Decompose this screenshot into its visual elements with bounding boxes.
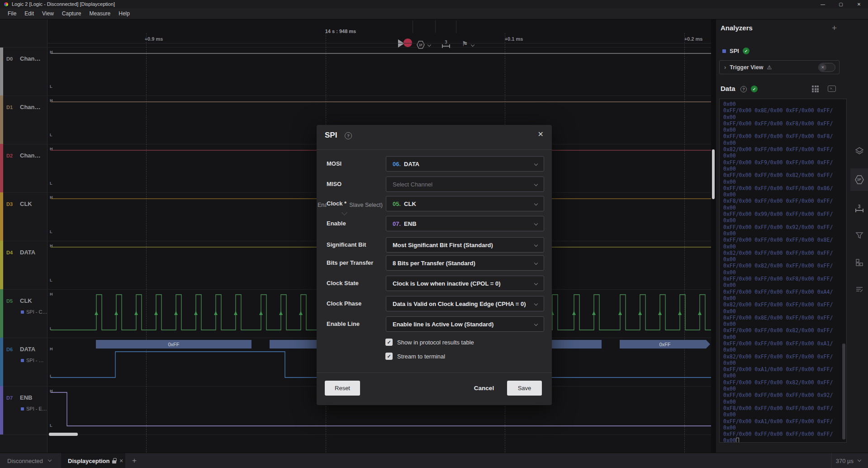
channel-number: D3 bbox=[6, 201, 13, 207]
timeline-label: +0.1 ms bbox=[505, 36, 523, 42]
dropdown-mosi[interactable]: 06.DATA bbox=[386, 156, 544, 172]
channel-name[interactable]: CLK bbox=[20, 297, 32, 304]
checkbox-row[interactable]: ✓Stream to terminal bbox=[385, 353, 445, 360]
trigger-mode-button[interactable]: 1F bbox=[416, 40, 425, 51]
device-selector[interactable]: Disconnected bbox=[7, 453, 51, 468]
low-level-label: L bbox=[50, 229, 52, 234]
protocol-frame-annotation[interactable] bbox=[270, 340, 318, 349]
data-output-panel[interactable]: 0x00 0xFF/0x00 0x8E/0x00 0xFF/0x00 0xFF/… bbox=[719, 99, 847, 443]
channel-color-stripe bbox=[0, 47, 3, 96]
data-ok-icon: ✓ bbox=[751, 86, 758, 92]
dropdown-clock-state[interactable]: Clock is Low when inactive (CPOL = 0) bbox=[386, 276, 544, 291]
field-label: Clock Phase bbox=[327, 296, 364, 311]
chevron-down-icon bbox=[534, 282, 538, 285]
channel-name[interactable]: ENB bbox=[20, 394, 32, 401]
chevron-down-icon[interactable] bbox=[427, 43, 431, 47]
channel-name[interactable]: CLK bbox=[20, 201, 32, 207]
toggle-x-icon: ✕ bbox=[819, 64, 826, 71]
high-level-label: H bbox=[50, 347, 53, 351]
reset-button[interactable]: Reset bbox=[325, 381, 360, 396]
chevron-down-icon[interactable] bbox=[471, 43, 474, 47]
data-panel-scrollbar[interactable] bbox=[842, 344, 845, 439]
status-bar: Disconnected Displayception ✕ + 370 µs bbox=[0, 453, 868, 468]
maximize-button[interactable]: ▢ bbox=[832, 0, 850, 8]
menu-item-edit[interactable]: Edit bbox=[20, 8, 38, 19]
dropdown-clock-phase[interactable]: Data is Valid on Clock Leading Edge (CPH… bbox=[386, 296, 544, 311]
dropdown-enable-line[interactable]: Enable line is Active Low (Standard) bbox=[386, 316, 544, 332]
channel-analyzer-label: SPI - … bbox=[21, 358, 44, 363]
checkbox[interactable]: ✓ bbox=[385, 353, 393, 360]
menu-item-capture[interactable]: Capture bbox=[58, 8, 85, 19]
vertical-scrollbar[interactable] bbox=[712, 149, 715, 199]
new-tab-button[interactable]: + bbox=[132, 456, 137, 465]
analyzer-item-spi[interactable]: SPI ✓ bbox=[722, 48, 749, 54]
channel-name[interactable]: DATA bbox=[20, 346, 35, 353]
notes-icon[interactable] bbox=[850, 278, 868, 301]
low-level-label: L bbox=[50, 278, 52, 282]
close-button[interactable]: ✕ bbox=[850, 0, 868, 8]
channel-name[interactable]: Chan… bbox=[20, 104, 41, 110]
channel-number: D0 bbox=[6, 56, 13, 62]
trigger-view-toggle[interactable]: ✕ bbox=[818, 63, 835, 72]
channel-color-stripe bbox=[0, 192, 3, 241]
help-icon[interactable]: ? bbox=[345, 132, 352, 139]
save-button[interactable]: Save bbox=[507, 381, 542, 396]
chevron-down-icon bbox=[534, 261, 538, 265]
trigger-tool-icon[interactable]: 1F bbox=[850, 168, 868, 191]
table-view-icon[interactable] bbox=[812, 86, 819, 92]
expand-chevron-icon[interactable]: › bbox=[724, 64, 726, 71]
measure-button[interactable]: 3 bbox=[442, 40, 450, 48]
menu-item-help[interactable]: Help bbox=[114, 8, 134, 19]
channel-name[interactable]: Chan… bbox=[20, 55, 41, 62]
dropdown-enable[interactable]: 07.ENB bbox=[386, 216, 544, 231]
field-label: MOSI bbox=[327, 156, 344, 172]
timeline-label: +0.2 ms bbox=[684, 36, 703, 42]
channel-color-stripe bbox=[0, 96, 3, 144]
measure-tool-icon[interactable]: 3 bbox=[850, 197, 868, 220]
channel-label-column bbox=[0, 19, 47, 453]
minimize-button[interactable]: — bbox=[814, 0, 832, 8]
channel-number: D1 bbox=[6, 105, 13, 110]
layers-icon[interactable] bbox=[850, 139, 868, 162]
horizontal-scrollbar[interactable] bbox=[49, 433, 78, 436]
extensions-icon[interactable] bbox=[850, 251, 868, 274]
window-size-selector[interactable]: 370 µs bbox=[836, 453, 861, 468]
capture-tab[interactable]: Displayception ✕ bbox=[61, 453, 125, 468]
timeline-label: +0.9 ms bbox=[145, 36, 163, 42]
high-level-label: H bbox=[50, 389, 53, 393]
dialog-close-icon[interactable]: ✕ bbox=[538, 131, 544, 138]
add-analyzer-button[interactable]: + bbox=[832, 23, 837, 33]
menu-item-measure[interactable]: Measure bbox=[85, 8, 115, 19]
channel-name[interactable]: Chan… bbox=[20, 152, 41, 159]
field-label: Bits per Transfer bbox=[327, 255, 375, 271]
filter-icon[interactable] bbox=[850, 224, 868, 247]
app-icon bbox=[4, 2, 9, 7]
channel-name[interactable]: DATA bbox=[20, 249, 35, 256]
dropdown-significant-bit[interactable]: Most Significant Bit First (Standard) bbox=[386, 237, 544, 253]
help-icon[interactable]: ? bbox=[740, 86, 747, 92]
menu-item-view[interactable]: View bbox=[38, 8, 58, 19]
protocol-frame-annotation[interactable] bbox=[552, 340, 602, 349]
menu-item-file[interactable]: File bbox=[4, 8, 20, 19]
channel-number: D6 bbox=[6, 347, 13, 352]
protocol-frame-annotation[interactable]: 0xFF bbox=[620, 340, 710, 349]
dropdown-miso[interactable]: Select Channel bbox=[386, 177, 544, 192]
field-label: Enable bbox=[327, 216, 348, 231]
channel-analyzer-label: SPI - C… bbox=[21, 309, 47, 315]
dropdown-bits-per-transfer[interactable]: 8 Bits per Transfer (Standard) bbox=[386, 255, 544, 271]
flag-icon[interactable]: ⚑ bbox=[462, 40, 468, 48]
spi-settings-dialog: SPI ? ✕ Enable (SS, Slave Select) MOSI06… bbox=[317, 125, 552, 405]
close-tab-icon[interactable]: ✕ bbox=[119, 458, 123, 464]
cancel-button[interactable]: Cancel bbox=[470, 381, 498, 396]
dropdown-clock[interactable]: 05.CLK bbox=[386, 196, 544, 211]
time-gridline bbox=[146, 33, 147, 453]
trigger-view-panel[interactable]: › Trigger View ⚠ ✕ bbox=[719, 60, 840, 74]
protocol-frame-annotation[interactable]: 0xFF bbox=[96, 340, 251, 349]
checkbox-label: Stream to terminal bbox=[397, 353, 445, 360]
checkbox-row[interactable]: ✓Show in protocol results table bbox=[385, 339, 474, 346]
dialog-title: SPI bbox=[325, 131, 337, 140]
low-level-label: L bbox=[50, 181, 52, 186]
terminal-view-icon[interactable]: >_ bbox=[828, 86, 836, 92]
checkbox[interactable]: ✓ bbox=[385, 339, 393, 346]
data-title: Data bbox=[721, 85, 735, 92]
